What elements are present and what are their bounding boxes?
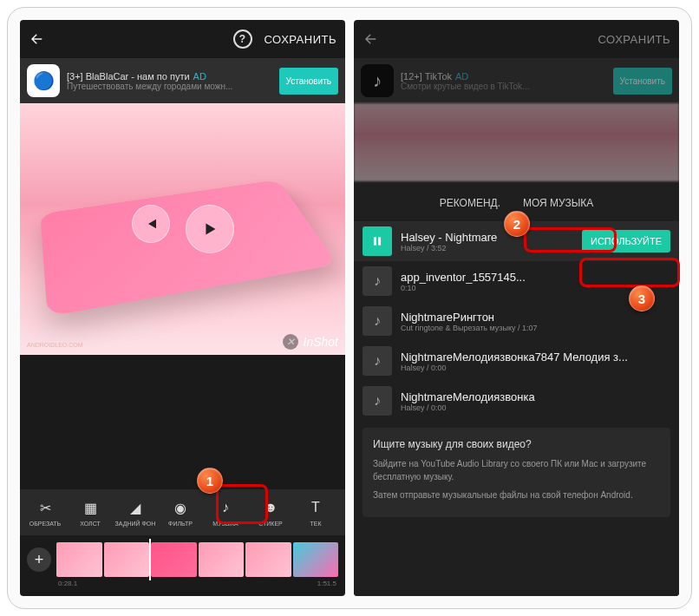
track-title: Halsey - Nightmare: [401, 231, 573, 244]
save-button[interactable]: СОХРАНИТЬ: [265, 33, 336, 46]
music-note-icon: ♪: [363, 306, 392, 336]
ad-badge: AD: [193, 71, 206, 82]
phone-right: СОХРАНИТЬ ♪ [12+] TikTokAD Смотри крутые…: [354, 20, 679, 596]
tool-background[interactable]: ◢ЗАДНИЙ ФОН: [114, 495, 157, 530]
tab-my-music[interactable]: МОЯ МУЗЫКА: [518, 193, 598, 213]
info-title: Ищите музыку для своих видео?: [373, 438, 660, 450]
track-meta: Cut ringtone & Вырезать музыку / 1:07: [401, 324, 670, 332]
pause-icon[interactable]: [363, 226, 392, 256]
ad-banner[interactable]: ♪ [12+] TikTokAD Смотри крутые видео в T…: [354, 58, 679, 103]
track-meta: Halsey / 0:00: [401, 403, 670, 412]
music-note-icon: ♪: [363, 346, 392, 376]
track-meta: Halsey / 3:52: [401, 244, 573, 252]
clip[interactable]: [199, 542, 245, 577]
music-note-icon: ♪: [363, 386, 392, 416]
time-end: 1:51.5: [317, 580, 336, 587]
time-current: 0:28.1: [58, 580, 77, 587]
info-text: Затем отправьте музыкальные файлы на сво…: [373, 488, 660, 501]
prev-button[interactable]: [132, 205, 170, 243]
tool-music[interactable]: ♪МУЗЫКА: [204, 495, 247, 530]
add-clip-button[interactable]: +: [27, 547, 51, 572]
back-icon[interactable]: [29, 30, 46, 48]
track-item[interactable]: ♪ NightmareМелодиязвонкаHalsey / 0:00: [354, 381, 679, 421]
tab-recommended[interactable]: РЕКОМЕНД.: [434, 193, 506, 213]
toolbar: ✂ОБРЕЗАТЬ ▦ХОЛСТ ◢ЗАДНИЙ ФОН ◉ФИЛЬТР ♪МУ…: [20, 489, 345, 535]
use-button[interactable]: ИСПОЛЬЗУЙТЕ: [582, 230, 670, 252]
step-marker-3: 3: [629, 285, 655, 311]
track-item[interactable]: ♪ NightmareМелодиязвонка7847 Мелодия з..…: [354, 341, 679, 381]
topbar: СОХРАНИТЬ: [354, 20, 679, 58]
watermark: ANDROIDLEO.COM: [27, 342, 83, 348]
ad-subtitle: Путешествовать между городами можн...: [67, 82, 272, 91]
help-icon[interactable]: ?: [233, 29, 252, 49]
timeline[interactable]: + 0:28.11:51.5: [20, 535, 345, 584]
tool-filter[interactable]: ◉ФИЛЬТР: [159, 495, 202, 530]
save-button[interactable]: СОХРАНИТЬ: [598, 33, 670, 46]
ad-title: [3+] BlaBlaCar - нам по пути: [67, 71, 190, 82]
ad-app-icon: 🔵: [27, 64, 60, 97]
ad-app-icon: ♪: [361, 64, 394, 97]
ad-install-button[interactable]: Установить: [613, 68, 673, 95]
track-title: NightmareМелодиязвонка7847 Мелодия з...: [401, 351, 670, 364]
ad-subtitle: Смотри крутые видео в TikTok...: [401, 82, 606, 91]
info-text: Зайдите на YouTube Audio Library со свое…: [373, 457, 660, 483]
clip[interactable]: [245, 542, 291, 577]
brand-watermark[interactable]: ✕ InShot: [283, 334, 338, 350]
svg-rect-0: [374, 237, 376, 245]
tool-sticker[interactable]: ☻СТИКЕР: [249, 495, 292, 530]
video-preview: [354, 103, 679, 181]
clip[interactable]: [104, 542, 150, 577]
ad-badge: AD: [455, 71, 468, 82]
phone-left: ? СОХРАНИТЬ 🔵 [3+] BlaBlaCar - нам по пу…: [20, 20, 345, 596]
close-icon[interactable]: ✕: [283, 334, 298, 350]
step-marker-1: 1: [197, 468, 223, 494]
video-preview[interactable]: ANDROIDLEO.COM ✕ InShot: [20, 103, 345, 355]
tool-crop[interactable]: ✂ОБРЕЗАТЬ: [23, 495, 67, 530]
music-note-icon: ♪: [363, 266, 392, 296]
clip[interactable]: [151, 542, 197, 577]
svg-rect-1: [378, 237, 381, 245]
ad-install-button[interactable]: Установить: [279, 68, 339, 95]
back-icon[interactable]: [363, 30, 380, 48]
track-meta: Halsey / 0:00: [401, 364, 670, 372]
ad-title: [12+] TikTok: [401, 71, 452, 82]
clip[interactable]: [293, 542, 339, 577]
track-list: Halsey - NightmareHalsey / 3:52 ИСПОЛЬЗУ…: [354, 221, 679, 421]
playhead[interactable]: [149, 539, 151, 580]
track-title: NightmareРингтон: [401, 311, 670, 324]
track-item[interactable]: ♪ NightmareРингтонCut ringtone & Вырезат…: [354, 301, 679, 341]
step-marker-2: 2: [504, 211, 530, 237]
info-panel: Ищите музыку для своих видео? Зайдите на…: [363, 428, 670, 517]
ad-banner[interactable]: 🔵 [3+] BlaBlaCar - нам по путиAD Путешес…: [20, 58, 345, 103]
topbar: ? СОХРАНИТЬ: [20, 20, 345, 58]
clip[interactable]: [56, 542, 102, 577]
tool-text[interactable]: TТЕК: [294, 495, 337, 530]
play-button[interactable]: [186, 205, 234, 253]
track-title: app_inventor_1557145...: [401, 271, 670, 284]
tool-canvas[interactable]: ▦ХОЛСТ: [69, 495, 112, 530]
track-title: NightmareМелодиязвонка: [401, 390, 670, 403]
